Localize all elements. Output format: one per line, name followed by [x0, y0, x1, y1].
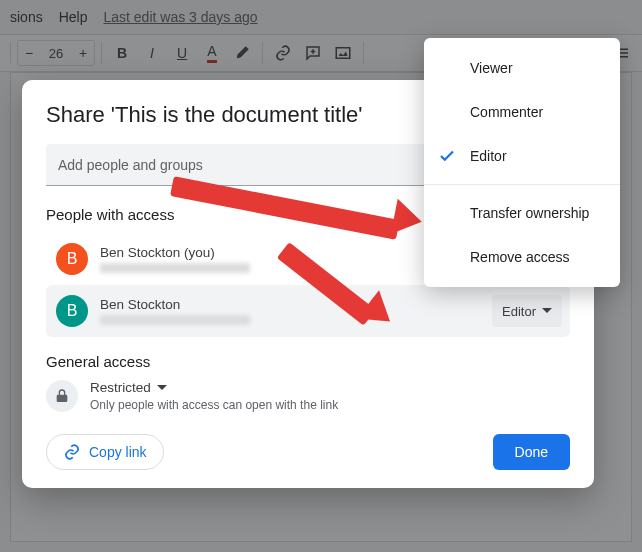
- role-label: Editor: [502, 304, 536, 319]
- copy-link-button[interactable]: Copy link: [46, 434, 164, 470]
- avatar: B: [56, 243, 88, 275]
- person-row: B Ben Stockton Editor: [46, 285, 570, 337]
- person-name: Ben Stockton: [100, 297, 250, 312]
- dialog-footer: Copy link Done: [46, 434, 570, 470]
- general-access-subtitle: Only people with access can open with th…: [90, 398, 338, 412]
- transfer-ownership-option[interactable]: Transfer ownership: [424, 191, 620, 235]
- role-option-editor[interactable]: Editor: [424, 134, 620, 178]
- check-icon: [438, 147, 456, 165]
- placeholder-text: Add people and groups: [58, 157, 203, 173]
- chevron-down-icon: [542, 306, 552, 316]
- person-info: Ben Stockton: [100, 297, 250, 325]
- role-menu: Viewer Commenter Editor Transfer ownersh…: [424, 38, 620, 287]
- menu-separator: [424, 184, 620, 185]
- chevron-down-icon: [157, 383, 167, 393]
- general-access-heading: General access: [46, 353, 570, 370]
- role-dropdown[interactable]: Editor: [492, 295, 562, 327]
- avatar: B: [56, 295, 88, 327]
- done-button[interactable]: Done: [493, 434, 570, 470]
- lock-badge: [46, 380, 78, 412]
- person-email-redacted: [100, 315, 250, 325]
- general-access-text: Restricted Only people with access can o…: [90, 380, 338, 412]
- general-access-row: Restricted Only people with access can o…: [46, 380, 570, 412]
- general-access-mode[interactable]: Restricted: [90, 380, 338, 395]
- role-option-commenter[interactable]: Commenter: [424, 90, 620, 134]
- lock-icon: [54, 388, 70, 404]
- person-email-redacted: [100, 263, 250, 273]
- link-icon: [63, 443, 81, 461]
- remove-access-option[interactable]: Remove access: [424, 235, 620, 279]
- role-option-viewer[interactable]: Viewer: [424, 46, 620, 90]
- person-info: Ben Stockton (you): [100, 245, 250, 273]
- person-name: Ben Stockton (you): [100, 245, 250, 260]
